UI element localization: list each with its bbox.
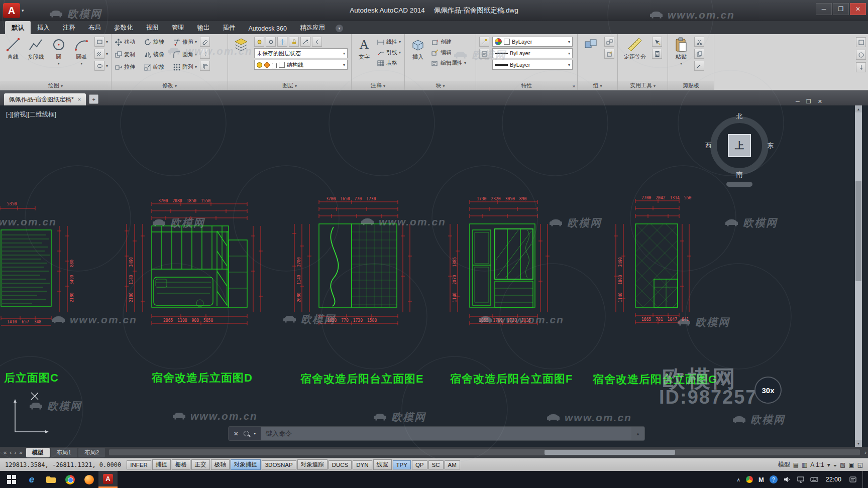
start-button[interactable]	[1, 471, 22, 488]
array-button[interactable]: 阵列▾	[173, 62, 197, 72]
ungroup-icon[interactable]	[604, 37, 614, 47]
lineweight-dropdown[interactable]: ByLayer▾	[492, 60, 573, 70]
measure-button[interactable]: 定距等分	[621, 37, 649, 61]
erase-tool-icon[interactable]	[200, 37, 210, 47]
mirror-button[interactable]: 镜像	[144, 49, 168, 60]
move-button[interactable]: 移动	[115, 37, 139, 47]
layer-on-icon[interactable]	[257, 62, 262, 68]
speaker-icon[interactable]	[783, 476, 791, 483]
layout-tab[interactable]: 布局2	[78, 448, 105, 457]
linetype-dropdown[interactable]: ByLayer▾	[492, 48, 573, 58]
command-line[interactable]: ✕ ▾ 键入命令 ▲	[229, 427, 644, 440]
layer-properties-button[interactable]	[231, 37, 251, 53]
viewcube-east-label[interactable]: 东	[767, 141, 774, 150]
layer-unlock-icon[interactable]	[272, 63, 277, 68]
taskbar-ie-button[interactable]: e	[22, 471, 41, 488]
keyboard-icon[interactable]	[810, 476, 818, 483]
doc-minimize-icon[interactable]: ─	[796, 98, 800, 105]
elevation-c-drawing[interactable]: 21803490880 1410657348 5350	[0, 202, 74, 325]
layer-lock-icon[interactable]	[289, 37, 299, 47]
status-toggle[interactable]: TPY	[393, 460, 411, 469]
hscroll-right-icon[interactable]: ›	[864, 449, 866, 455]
annotation-scale-button[interactable]: A 1:1	[810, 461, 824, 468]
layer-state-dropdown[interactable]: 未保存的图层状态▾	[254, 48, 348, 58]
layer-match-icon[interactable]	[300, 37, 310, 47]
elevation-e-drawing[interactable]: 370016507701730 208011402700 16507701730…	[292, 197, 412, 325]
ribbon-tab[interactable]: 输出	[191, 21, 216, 34]
modify-panel-label[interactable]: 修改▾	[112, 81, 228, 90]
input-method-icon[interactable]: M	[758, 476, 764, 483]
viewcube[interactable]: 北 南 西 东 上	[705, 111, 774, 180]
quick-view-drawings-icon[interactable]: ▥	[802, 461, 807, 468]
command-close-icon[interactable]: ✕	[234, 430, 239, 437]
elevation-g-drawing[interactable]: 270020421314550 114018003490 16657811047…	[614, 196, 691, 324]
scale-button[interactable]: 缩放	[144, 62, 168, 72]
taskbar-chrome-button[interactable]	[60, 471, 79, 488]
layer-freeze-icon[interactable]	[277, 37, 287, 47]
elevation-d-drawing[interactable]: 3700208018501550 218011403490	[125, 199, 263, 325]
ribbon-tab[interactable]: 默认	[5, 21, 31, 34]
status-toggle[interactable]: INFER	[127, 460, 151, 469]
insert-block-button[interactable]: 插入	[408, 37, 428, 61]
circle-dropdown-icon[interactable]: ▾	[58, 61, 60, 66]
circle-button[interactable]: 圆 ▾	[49, 37, 69, 66]
quick-properties-icon[interactable]	[479, 49, 489, 59]
command-input[interactable]: 键入命令	[261, 427, 631, 440]
hatch-tool-icon[interactable]	[94, 49, 104, 59]
status-toggle[interactable]: QP	[412, 460, 427, 469]
text-button[interactable]: A 文字	[355, 37, 374, 61]
clean-screen-icon[interactable]: ◱	[857, 461, 863, 468]
model-space-canvas[interactable]: [-][俯视][二维线框] 21803490880 1410657348 535…	[0, 105, 868, 447]
status-toggle[interactable]: 线宽	[373, 459, 392, 470]
next-layout-icon[interactable]: ›	[15, 449, 17, 455]
polyline-button[interactable]: 多段线	[26, 37, 46, 61]
offset-tool-icon[interactable]	[200, 61, 210, 71]
status-toggle[interactable]: 3DOSNAP	[262, 460, 296, 469]
arc-button[interactable]: 圆弧 ▾	[72, 37, 92, 66]
command-expand-icon[interactable]: ▲	[631, 427, 644, 440]
taskbar-autocad-button[interactable]: A	[98, 471, 118, 488]
network-icon[interactable]	[797, 476, 805, 483]
paste-button[interactable]: 粘贴 ▾	[671, 37, 691, 66]
properties-panel-label[interactable]: 特性»	[476, 81, 577, 90]
hscrollbar-thumb[interactable]	[545, 450, 675, 455]
last-layout-icon[interactable]: »	[19, 449, 22, 455]
scroll-up-icon[interactable]: ▲	[855, 105, 862, 112]
fillet-button[interactable]: 圆角▾	[173, 49, 197, 60]
ribbon-option-icon[interactable]	[856, 37, 866, 47]
leader-button[interactable]: 引线▾	[377, 47, 401, 58]
show-desktop-button[interactable]	[862, 471, 866, 488]
status-toggle[interactable]: 极轴	[211, 459, 230, 470]
utilities-panel-label[interactable]: 实用工具▾	[618, 81, 668, 90]
ellipse-tool-icon[interactable]	[94, 61, 104, 71]
ribbon-tab[interactable]: 视图	[140, 21, 165, 34]
tray-chrome-icon[interactable]	[746, 476, 753, 483]
app-menu-caret-icon[interactable]: ▾	[22, 8, 24, 13]
autocad-app-menu-icon[interactable]: A	[3, 3, 20, 18]
viewcube-wcs-menu[interactable]	[726, 182, 752, 187]
layout-tab[interactable]: 模型	[26, 448, 50, 457]
ribbon-tab[interactable]: 管理	[165, 21, 191, 34]
paste-dropdown-icon[interactable]: ▾	[680, 61, 682, 66]
viewport-controls[interactable]: [-][俯视][二维线框]	[6, 110, 56, 119]
properties-dialog-launcher-icon[interactable]: »	[572, 82, 575, 91]
horizontal-scrollbar[interactable]	[109, 449, 860, 455]
command-history-dropdown-icon[interactable]: ▾	[254, 431, 256, 436]
workspace-switching-icon[interactable]: ▧	[840, 461, 845, 468]
annotation-panel-label[interactable]: 注释▾	[352, 81, 404, 90]
create-block-button[interactable]: 创建	[431, 37, 466, 47]
ribbon-help-icon[interactable]	[856, 50, 866, 60]
tray-chevron-icon[interactable]: ∧	[737, 477, 740, 482]
status-toggle[interactable]: 正交	[191, 459, 210, 470]
new-drawing-tab-button[interactable]: +	[89, 94, 98, 104]
draw-panel-label[interactable]: 绘图▾	[0, 81, 111, 90]
explode-tool-icon[interactable]	[200, 49, 210, 59]
group-button[interactable]	[581, 37, 601, 53]
taskbar-explorer-button[interactable]	[41, 471, 60, 488]
vertical-scrollbar[interactable]: ▲ ▼	[855, 105, 862, 447]
groups-panel-label[interactable]: 组▾	[578, 81, 617, 90]
clipboard-panel-label[interactable]: 剪贴板	[668, 81, 714, 90]
viewcube-north-label[interactable]: 北	[736, 112, 743, 121]
annotation-visibility-icon[interactable]: ◒	[833, 461, 837, 468]
file-tab-close-icon[interactable]: ×	[78, 96, 81, 102]
